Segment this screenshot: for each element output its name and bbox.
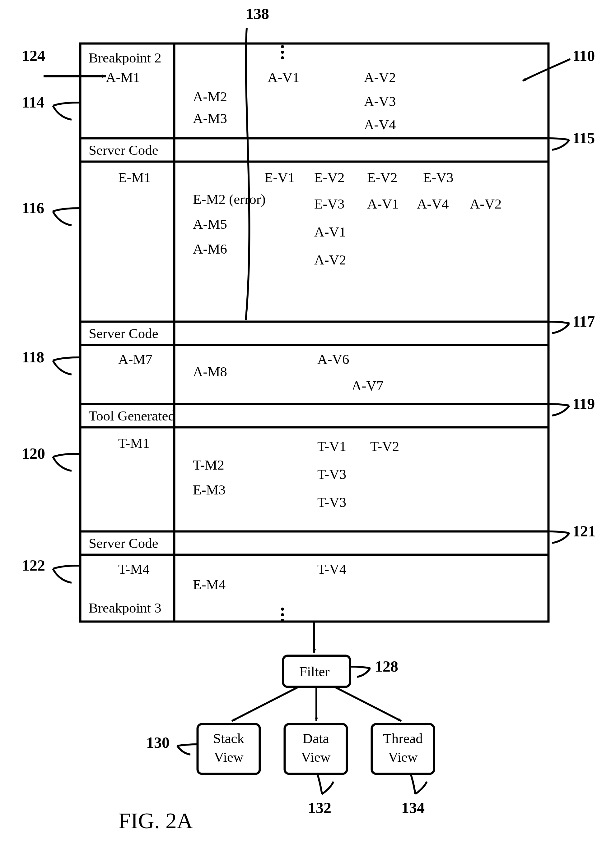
text-e-m4: E-M4: [193, 577, 225, 593]
box-data-l1: Data: [300, 730, 331, 747]
ref-132: 132: [308, 799, 331, 817]
ref-114: 114: [22, 93, 44, 111]
text-a-v2b: A-V2: [314, 252, 346, 268]
text-t-m4: T-M4: [118, 561, 150, 577]
text-e-m1: E-M1: [118, 169, 151, 186]
ref-110: 110: [572, 46, 595, 65]
text-t-v1: T-V1: [317, 438, 346, 454]
text-bp2: Breakpoint 2: [89, 50, 162, 66]
ref-122: 122: [22, 556, 45, 574]
ref-138: 138: [246, 5, 269, 23]
text-server-code-3: Server Code: [89, 535, 159, 551]
ref-119: 119: [572, 395, 595, 413]
text-tool-generated: Tool Generated: [89, 408, 175, 424]
figure-caption: FIG. 2A: [118, 808, 193, 834]
text-t-v4: T-V4: [317, 561, 346, 577]
text-e-v2: E-V2: [314, 169, 344, 186]
ref-120: 120: [22, 445, 45, 462]
ref-128: 128: [375, 657, 398, 675]
text-t-v2: T-V2: [370, 438, 399, 454]
text-a-m1: A-M1: [106, 69, 140, 85]
text-a-v1-c: A-V1: [314, 224, 346, 240]
text-a-v1b: A-V1: [367, 196, 399, 212]
svg-point-16: [281, 619, 284, 622]
ref-134: 134: [401, 799, 424, 817]
svg-point-12: [281, 51, 284, 54]
box-filter: Filter: [299, 663, 330, 680]
ref-124: 124: [22, 46, 45, 65]
ref-117: 117: [572, 312, 595, 330]
text-e-m3: E-M3: [193, 482, 225, 498]
ref-118: 118: [22, 348, 44, 366]
text-t-v3: T-V3: [317, 466, 346, 482]
text-a-v4b: A-V4: [417, 196, 449, 212]
text-a-v6: A-V6: [317, 351, 349, 367]
text-a-v3: A-V3: [364, 93, 396, 109]
text-t-m1: T-M1: [118, 435, 150, 451]
text-server-code-2: Server Code: [89, 326, 159, 341]
text-a-m8: A-M8: [193, 364, 227, 380]
text-e-v3: E-V3: [314, 196, 344, 212]
text-t-m2: T-M2: [193, 457, 224, 473]
text-e-m2: E-M2 (error): [193, 191, 266, 207]
ref-130: 130: [146, 733, 169, 752]
text-a-v4: A-V4: [364, 116, 396, 133]
text-e-v2b: E-V2: [367, 169, 397, 186]
box-thread-l1: Thread: [381, 730, 424, 747]
ref-116: 116: [22, 199, 44, 217]
box-stack-l2: View: [211, 749, 246, 765]
text-e-v3b: E-V3: [423, 169, 453, 186]
ref-121: 121: [572, 522, 596, 540]
text-a-v2: A-V2: [364, 69, 396, 85]
text-a-v7: A-V7: [351, 378, 383, 394]
text-a-m2: A-M2: [193, 88, 227, 105]
svg-point-14: [281, 608, 284, 611]
ref-115: 115: [572, 129, 595, 147]
text-a-m7: A-M7: [118, 351, 152, 367]
text-server-code-1: Server Code: [89, 142, 159, 158]
svg-point-11: [281, 45, 284, 48]
text-a-m5: A-M5: [193, 216, 227, 232]
box-data-l2: View: [300, 749, 331, 765]
text-a-m6: A-M6: [193, 241, 227, 257]
svg-line-21: [334, 687, 401, 721]
text-t-v3b: T-V3: [317, 494, 346, 510]
svg-line-19: [232, 687, 299, 721]
text-e-v1: E-V1: [264, 169, 295, 186]
svg-point-15: [281, 613, 284, 616]
text-a-v2c: A-V2: [470, 196, 502, 212]
box-stack-l1: Stack: [211, 730, 246, 747]
svg-point-13: [281, 56, 284, 59]
text-a-m3: A-M3: [193, 110, 227, 127]
text-a-v1: A-V1: [267, 69, 299, 85]
text-bp3: Breakpoint 3: [89, 600, 162, 616]
box-thread-l2: View: [386, 749, 420, 765]
